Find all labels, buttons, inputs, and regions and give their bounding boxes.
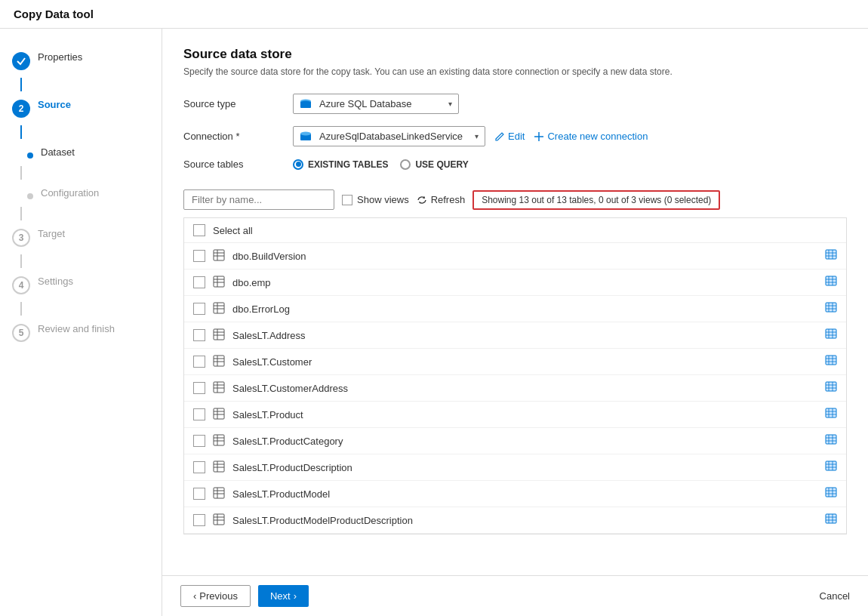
table-row[interactable]: dbo.emp (184, 270, 846, 296)
preview-icon[interactable] (825, 433, 837, 448)
preview-icon[interactable] (825, 354, 837, 369)
table-row-checkbox[interactable] (193, 514, 205, 526)
preview-icon[interactable] (825, 275, 837, 290)
show-views-checkbox[interactable] (342, 195, 352, 205)
table-row[interactable]: SalesLT.ProductModel (184, 481, 846, 507)
source-type-value: Azure SQL Database (313, 94, 442, 113)
table-row-checkbox[interactable] (193, 488, 205, 500)
preview-icon[interactable] (825, 328, 837, 343)
svg-rect-56 (826, 382, 836, 391)
show-views-toggle[interactable]: Show views (342, 194, 409, 205)
sidebar-label-settings: Settings (38, 276, 73, 287)
table-icon (213, 513, 226, 527)
connector-2 (20, 125, 22, 139)
table-row-checkbox[interactable] (193, 435, 205, 447)
preview-icon[interactable] (825, 301, 837, 316)
svg-rect-34 (214, 329, 224, 340)
sidebar-item-properties[interactable]: Properties (0, 44, 162, 78)
sidebar-label-target: Target (38, 228, 65, 239)
refresh-button[interactable]: Refresh (417, 194, 466, 205)
step-indicator-target: 3 (12, 229, 30, 247)
radio-group: EXISTING TABLES USE QUERY (293, 159, 847, 170)
table-icon (213, 302, 226, 316)
table-row-name: SalesLT.CustomerAddress (232, 383, 825, 394)
table-icon (213, 460, 226, 474)
section-desc: Specify the source data store for the co… (183, 66, 847, 77)
connection-control: AzureSqlDatabaseLinkedService ▾ Edit (293, 126, 847, 146)
previous-button[interactable]: ‹ Previous (180, 585, 251, 607)
sidebar-item-target[interactable]: 3 Target (0, 220, 162, 254)
preview-icon[interactable] (825, 513, 837, 528)
preview-icon[interactable] (825, 248, 837, 263)
table-row-checkbox[interactable] (193, 356, 205, 368)
content-area: Source data store Specify the source dat… (162, 29, 868, 616)
refresh-icon (417, 195, 427, 205)
step-indicator-source: 2 (12, 100, 30, 118)
connection-controls: AzureSqlDatabaseLinkedService ▾ Edit (293, 126, 847, 146)
sidebar-label-source: Source (38, 99, 71, 110)
sidebar-item-source[interactable]: 2 Source (0, 91, 162, 125)
table-row[interactable]: SalesLT.Customer (184, 349, 846, 375)
table-row[interactable]: SalesLT.ProductCategory (184, 428, 846, 454)
connector-6 (20, 302, 22, 316)
preview-icon[interactable] (825, 407, 837, 422)
svg-rect-29 (826, 303, 836, 312)
connection-value: AzureSqlDatabaseLinkedService (313, 127, 469, 146)
create-new-connection-button[interactable]: Create new connection (534, 131, 648, 142)
table-row-checkbox[interactable] (193, 276, 205, 288)
preview-icon[interactable] (825, 486, 837, 501)
sidebar-item-settings[interactable]: 4 Settings (0, 268, 162, 302)
radio-existing-tables[interactable]: EXISTING TABLES (293, 159, 388, 170)
preview-icon[interactable] (825, 380, 837, 396)
table-row-name: SalesLT.ProductModelProductDescription (232, 515, 825, 526)
select-all-checkbox[interactable] (193, 224, 205, 236)
table-row[interactable]: SalesLT.ProductDescription (184, 454, 846, 481)
table-row[interactable]: SalesLT.Address (184, 322, 846, 349)
select-all-label: Select all (213, 225, 253, 236)
sidebar-label-dataset: Dataset (41, 146, 75, 158)
table-row[interactable]: dbo.ErrorLog (184, 296, 846, 322)
table-row-checkbox[interactable] (193, 408, 205, 420)
svg-rect-52 (214, 382, 224, 393)
table-row-checkbox[interactable] (193, 303, 205, 315)
table-row[interactable]: SalesLT.CustomerAddress (184, 375, 846, 402)
source-type-select[interactable]: Azure SQL Database ▾ (293, 94, 459, 114)
sidebar-item-review[interactable]: 5 Review and finish (0, 316, 162, 350)
section-title: Source data store (183, 47, 847, 62)
cancel-button[interactable]: Cancel (820, 590, 850, 602)
table-row-checkbox[interactable] (193, 329, 205, 341)
table-row[interactable]: SalesLT.Product (184, 402, 846, 428)
source-type-control: Azure SQL Database ▾ (293, 94, 847, 114)
sidebar-item-configuration[interactable]: Configuration (0, 180, 162, 207)
select-all-row[interactable]: Select all (184, 218, 846, 243)
svg-rect-65 (826, 408, 836, 417)
svg-rect-43 (214, 356, 224, 366)
filter-input[interactable] (183, 189, 334, 210)
table-row[interactable]: dbo.BuildVersion (184, 243, 846, 270)
edit-button[interactable]: Edit (494, 131, 525, 142)
svg-rect-38 (826, 329, 836, 338)
connection-select[interactable]: AzureSqlDatabaseLinkedService ▾ (293, 126, 485, 146)
svg-point-4 (300, 131, 311, 135)
connection-label: Connection * (183, 131, 293, 142)
sidebar-item-dataset[interactable]: Dataset (0, 139, 162, 166)
svg-rect-11 (826, 250, 836, 259)
table-row[interactable]: SalesLT.ProductModelProductDescription (184, 507, 846, 534)
step-indicator-settings: 4 (12, 276, 30, 294)
connector-5 (20, 254, 22, 268)
radio-use-query[interactable]: USE QUERY (400, 159, 468, 170)
svg-rect-92 (826, 488, 836, 497)
table-icon (213, 276, 226, 289)
svg-rect-88 (214, 488, 224, 498)
table-row-checkbox[interactable] (193, 382, 205, 394)
app-header: Copy Data tool (0, 0, 868, 29)
radio-query-indicator (400, 159, 411, 170)
table-row-checkbox[interactable] (193, 250, 205, 262)
table-row-checkbox[interactable] (193, 461, 205, 473)
table-icon (213, 434, 226, 448)
next-button[interactable]: Next › (258, 585, 309, 607)
preview-icon[interactable] (825, 460, 837, 475)
source-type-label: Source type (183, 98, 293, 109)
sidebar: Properties 2 Source Dataset Configuratio… (0, 29, 162, 616)
content-body: Source data store Specify the source dat… (162, 29, 868, 575)
